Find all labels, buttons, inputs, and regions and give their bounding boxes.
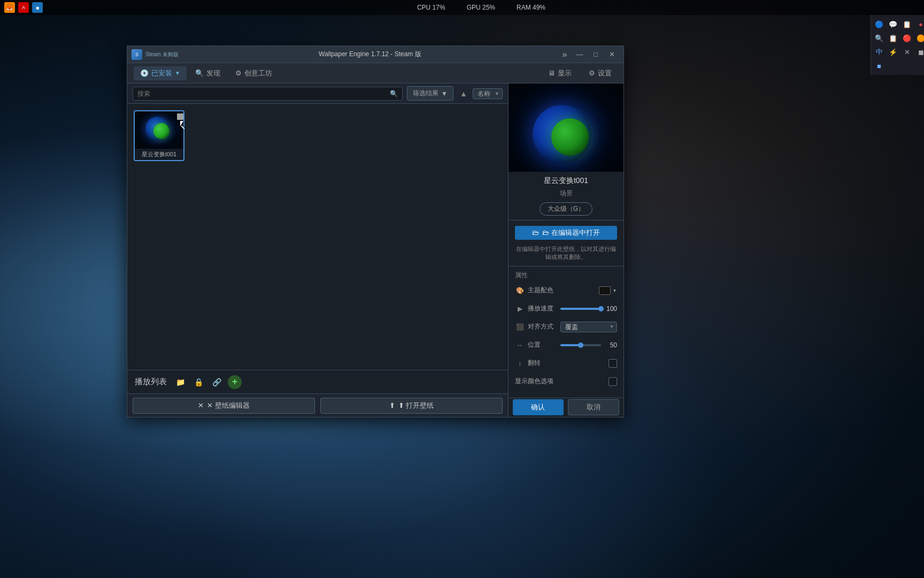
properties-title: 属性 <box>515 271 617 280</box>
open-icon: ⬆ <box>389 401 395 409</box>
workshop-icon: ⚙ <box>235 69 242 77</box>
taskbar-center: CPU 17% GPU 25% RAM 49% <box>43 4 920 11</box>
menu-tab-discover[interactable]: 🔍 发现 <box>189 66 227 80</box>
playlist-icons: 📁 🔒 🔗 + <box>173 375 242 389</box>
tray-icon-3[interactable]: 📋 <box>901 18 913 30</box>
sort-asc-button[interactable]: ▲ <box>458 88 469 100</box>
rating-badge: 大众级（G） <box>540 202 592 216</box>
system-tray-panel: 🔵 💬 📋 ● 🔍 📋 🔴 🟠 中 ⚡ ✕ ◼ ■ <box>871 15 924 75</box>
tray-icon-6[interactable]: 📋 <box>887 32 899 44</box>
filter-button[interactable]: 筛选结果 ▼ <box>407 86 453 101</box>
left-panel: 🔍 筛选结果 ▼ ▲ 名称 <box>127 83 509 417</box>
menu-right-actions: 🖥 显示 ⚙ 设置 <box>543 66 617 80</box>
settings-button[interactable]: ⚙ 设置 <box>583 66 617 80</box>
preview-nebula-glow <box>525 97 599 172</box>
menu-bar: 💿 已安装 ▼ 🔍 发现 ⚙ 创意工坊 🖥 显示 ⚙ 设置 <box>127 63 623 83</box>
filter-label: 筛选结果 <box>413 89 438 98</box>
tray-icon-10[interactable]: ⚡ <box>887 46 899 58</box>
tray-icon-12[interactable]: ◼ <box>915 46 924 58</box>
grid-item-0[interactable]: 星云变换t001 <box>134 110 184 161</box>
cancel-button[interactable]: 取消 <box>568 399 620 415</box>
position-label: 位置 <box>528 340 557 349</box>
expand-button[interactable]: » <box>557 49 572 60</box>
wallpaper-type: 场景 <box>515 189 617 198</box>
open-label: ⬆ 打开壁纸 <box>398 401 434 410</box>
installed-icon: 💿 <box>140 69 149 77</box>
search-bar: 🔍 筛选结果 ▼ ▲ 名称 <box>127 83 508 104</box>
wallpaper-info: 星云变换t001 场景 大众级（G） <box>509 172 623 220</box>
display-button[interactable]: 🖥 显示 <box>543 66 577 80</box>
tray-icon-4[interactable]: ● <box>915 18 924 30</box>
discover-label: 发现 <box>206 69 220 78</box>
action-bar: ✕ ✕ 壁纸编辑器 ⬆ ⬆ 打开壁纸 <box>127 393 508 417</box>
tray-icon-9[interactable]: 中 <box>873 46 885 58</box>
prop-row-flip: ↕ 翻转 <box>515 357 617 370</box>
sort-select-wrap: 名称 <box>473 88 503 99</box>
open-wallpaper-button[interactable]: ⬆ ⬆ 打开壁纸 <box>320 398 503 414</box>
theme-color-dropdown-icon[interactable]: ▼ <box>612 288 617 293</box>
filter-icon: ▼ <box>441 90 448 97</box>
maximize-button[interactable]: □ <box>588 49 603 60</box>
sort-select[interactable]: 名称 <box>473 88 503 99</box>
flip-checkbox[interactable] <box>609 359 617 368</box>
alignment-dropdown-wrap: 覆盖 拉伸 居中 平铺 <box>560 322 617 332</box>
search-input[interactable] <box>137 90 390 97</box>
menu-tab-installed[interactable]: 💿 已安装 ▼ <box>134 66 187 80</box>
wallpaper-editor-button[interactable]: ✕ ✕ 壁纸编辑器 <box>133 398 315 414</box>
theme-color-icon: 🎨 <box>515 286 525 295</box>
tray-icon-8[interactable]: 🟠 <box>915 32 924 44</box>
settings-icon: ⚙ <box>589 69 595 77</box>
theme-color-swatch[interactable] <box>599 286 611 295</box>
search-input-wrap[interactable]: 🔍 <box>133 87 403 101</box>
playback-speed-value: 100 <box>604 305 617 313</box>
discover-icon: 🔍 <box>195 69 204 77</box>
position-value: 50 <box>604 341 617 349</box>
right-action-bar: 确认 取消 <box>509 398 623 417</box>
editor-label: ✕ 壁纸编辑器 <box>207 401 250 410</box>
playback-speed-thumb[interactable] <box>598 306 604 311</box>
properties-section: 属性 🎨 主题配色 ▼ ▶ 播放速度 <box>509 267 623 398</box>
tray-icon-7[interactable]: 🔴 <box>901 32 913 44</box>
prop-row-theme-color: 🎨 主题配色 ▼ <box>515 284 617 297</box>
playlist-folder-icon[interactable]: 📁 <box>173 375 187 389</box>
playback-speed-label: 播放速度 <box>528 304 557 313</box>
ram-label: RAM 49% <box>517 4 545 11</box>
workshop-label: 创意工坊 <box>244 69 272 78</box>
position-thumb[interactable] <box>578 343 583 348</box>
tray-icon-5[interactable]: 🔍 <box>873 32 885 44</box>
playback-speed-slider[interactable] <box>560 308 601 310</box>
prop-row-alignment: ⬛ 对齐方式 覆盖 拉伸 居中 平铺 <box>515 321 617 333</box>
confirm-button[interactable]: 确认 <box>513 399 564 415</box>
position-slider[interactable] <box>560 344 601 346</box>
taskbar-icon-pdf[interactable]: A <box>18 2 29 13</box>
tray-icon-13[interactable]: ■ <box>873 60 885 72</box>
menu-tab-workshop[interactable]: ⚙ 创意工坊 <box>229 66 279 80</box>
tray-icon-1[interactable]: 🔵 <box>873 18 885 30</box>
editor-icon: ✕ <box>198 401 204 409</box>
alignment-label: 对齐方式 <box>528 322 557 331</box>
position-slider-wrap: 50 <box>560 341 617 349</box>
taskbar-icon-app[interactable]: ■ <box>32 2 43 13</box>
flip-icon: ↕ <box>515 359 525 368</box>
tray-icon-2[interactable]: 💬 <box>887 18 899 30</box>
playlist-lock-icon[interactable]: 🔒 <box>191 375 205 389</box>
close-button[interactable]: ✕ <box>604 49 619 60</box>
taskbar-icon-firefox[interactable]: 🦊 <box>4 2 15 13</box>
main-window: S Steam 未购版 Wallpaper Engine 1.7.12 - St… <box>127 45 624 417</box>
gpu-label: GPU 25% <box>467 4 495 11</box>
open-editor-button[interactable]: 🗁 🗁 在编辑器中打开 <box>515 226 617 240</box>
playlist-link-icon[interactable]: 🔗 <box>210 375 224 389</box>
position-icon: ↔ <box>515 340 525 350</box>
open-editor-label: 🗁 在编辑器中打开 <box>542 228 600 238</box>
display-icon: 🖥 <box>548 69 555 77</box>
right-panel: 星云变换t001 场景 大众级（G） 🗁 🗁 在编辑器中打开 在编辑器中打开此壁… <box>509 83 623 417</box>
minimize-button[interactable]: — <box>572 49 587 60</box>
playlist-add-button[interactable]: + <box>228 375 242 389</box>
alignment-dropdown[interactable]: 覆盖 拉伸 居中 平铺 <box>560 322 617 332</box>
tray-icon-11[interactable]: ✕ <box>901 46 913 58</box>
taskbar-app-icons: 🦊 A ■ <box>4 2 43 13</box>
color-options-checkbox[interactable] <box>609 377 617 386</box>
prop-row-color-options: 显示颜色选项 <box>515 375 617 388</box>
playback-icon: ▶ <box>515 304 525 314</box>
cpu-label: CPU 17% <box>417 4 445 11</box>
